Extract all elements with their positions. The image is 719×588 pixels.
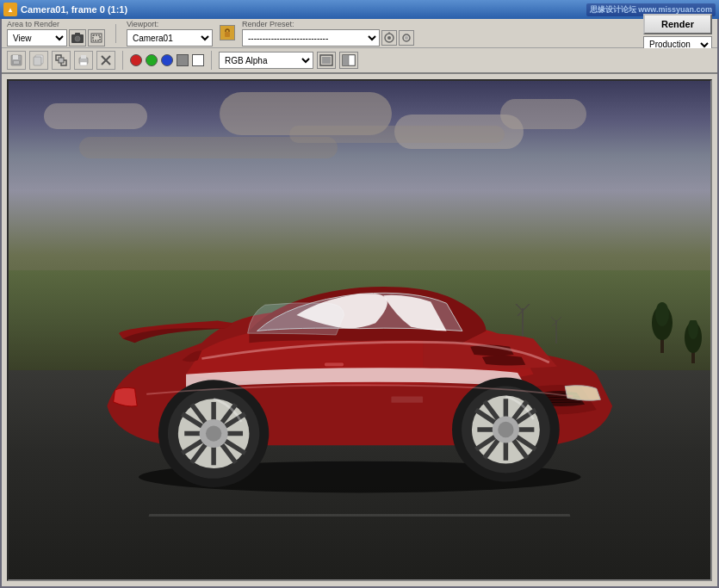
copy-icon-btn[interactable] [29, 51, 48, 70]
tree2 [683, 320, 704, 365]
white-channel-btn[interactable] [192, 54, 204, 66]
title-bar: ▲ Camera01, frame 0 (1:1) 思缘设计论坛 www.mis… [0, 0, 719, 19]
road-stripe [149, 514, 571, 517]
svg-rect-2 [75, 33, 80, 35]
svg-rect-67 [324, 362, 344, 367]
svg-point-55 [206, 425, 221, 441]
svg-rect-4 [93, 35, 100, 40]
blue-channel-btn[interactable] [161, 54, 173, 66]
car-svg [44, 181, 676, 504]
svg-rect-68 [391, 396, 423, 402]
channel-dropdown[interactable]: RGB Alpha RGB Alpha Red Green Blue [219, 52, 313, 69]
render-preset-label: Render Preset: [242, 20, 414, 28]
sep2 [122, 51, 123, 70]
car-scene [9, 81, 710, 579]
cloud6 [289, 126, 505, 143]
render-preset-section: Render Preset: -------------------------… [242, 20, 414, 46]
svg-rect-5 [225, 32, 230, 37]
mono-channel-btn[interactable] [177, 54, 189, 66]
render-button[interactable]: Render [643, 14, 712, 34]
svg-rect-19 [59, 58, 64, 63]
svg-rect-22 [80, 62, 87, 65]
toolbar-row2: RGB Alpha RGB Alpha Red Green Blue [2, 48, 717, 74]
print-icon-btn[interactable] [74, 51, 93, 70]
sep1 [115, 24, 116, 43]
svg-point-1 [75, 36, 80, 41]
svg-rect-21 [81, 55, 86, 59]
preset-settings-icon[interactable] [399, 30, 414, 46]
render-output [7, 79, 712, 581]
cloud1 [44, 103, 147, 129]
area-to-render-section: Area to Render View [7, 20, 105, 46]
region-icon-btn[interactable] [88, 29, 105, 46]
save-icon-btn[interactable] [7, 51, 26, 70]
red-channel-btn[interactable] [130, 54, 142, 66]
svg-rect-28 [343, 55, 349, 65]
car-container [44, 181, 676, 504]
window-title: Camera01, frame 0 (1:1) [21, 4, 127, 15]
preset-load-icon[interactable] [381, 30, 397, 46]
render-section: Render Production ActiveShade Iterative [643, 14, 712, 53]
viewport-section: Viewport: Camera01 [127, 20, 213, 46]
render-preset-dropdown[interactable]: ---------------------------- [242, 29, 380, 46]
area-to-render-dropdown[interactable]: View [7, 29, 67, 46]
svg-point-10 [405, 36, 408, 40]
svg-point-66 [498, 422, 513, 437]
svg-rect-14 [14, 61, 19, 64]
main-window: Area to Render View [0, 19, 719, 588]
cloud5 [500, 99, 586, 129]
svg-rect-12 [13, 55, 18, 59]
area-to-render-label: Area to Render [7, 20, 105, 28]
close-icon-btn[interactable] [96, 51, 115, 70]
view-square1-btn[interactable] [317, 52, 336, 69]
sep3 [211, 51, 212, 70]
green-channel-btn[interactable] [146, 54, 158, 66]
viewport-dropdown[interactable]: Camera01 [127, 29, 213, 46]
viewport-label: Viewport: [127, 20, 213, 28]
toolbar-row1: Area to Render View [2, 19, 717, 48]
svg-rect-29 [349, 55, 355, 65]
clone-icon-btn[interactable] [52, 51, 71, 70]
svg-rect-16 [34, 57, 41, 65]
svg-point-7 [387, 36, 391, 40]
lock-icon-btn[interactable] [220, 25, 235, 40]
camera-icon-btn[interactable] [69, 29, 86, 46]
view-square2-btn[interactable] [339, 52, 358, 69]
app-logo: ▲ [3, 3, 17, 16]
svg-rect-26 [322, 57, 331, 64]
